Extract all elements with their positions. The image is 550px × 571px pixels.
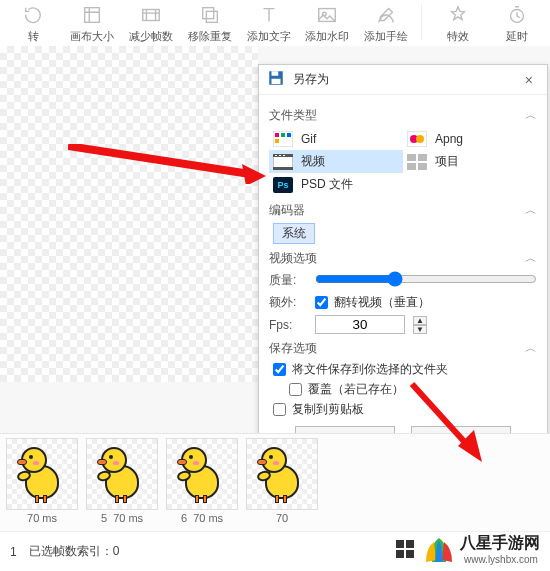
canvas-size-button[interactable]: 画布大小 — [65, 2, 120, 44]
chevron-up-icon[interactable]: ︿ — [525, 250, 537, 267]
file-type-gif[interactable]: Gif — [269, 128, 403, 150]
frame-thumb[interactable]: 70 — [244, 438, 320, 530]
gif-icon — [273, 131, 293, 147]
file-type-apng[interactable]: Apng — [403, 128, 537, 150]
video-options-section-header[interactable]: 视频选项 ︿ — [269, 250, 537, 267]
frame-thumb[interactable]: 6 70 ms — [164, 438, 240, 530]
effects-button[interactable]: 特效 — [430, 2, 485, 44]
frame-thumb[interactable]: 5 70 ms — [84, 438, 160, 530]
svg-rect-27 — [418, 163, 427, 170]
save-folder-row: 将文件保存到你选择的文件夹 — [273, 361, 537, 378]
add-text-button[interactable]: 添加文字 — [241, 2, 296, 44]
frame-ms: 70 ms — [193, 512, 223, 524]
fps-label: Fps: — [269, 318, 309, 332]
svg-rect-14 — [275, 139, 279, 143]
add-watermark-label: 添加水印 — [305, 29, 349, 44]
psd-icon: Ps — [273, 177, 293, 193]
reduce-frames-label: 减少帧数 — [129, 29, 173, 44]
effects-label: 特效 — [447, 29, 469, 44]
rotate-label: 转 — [28, 29, 39, 44]
frame-index: 6 — [181, 512, 187, 524]
grid-icon — [396, 540, 414, 558]
text-icon — [256, 2, 282, 28]
fps-spinner[interactable]: ▲▼ — [413, 316, 427, 334]
svg-point-17 — [416, 135, 424, 143]
svg-rect-13 — [287, 133, 291, 137]
file-type-video-label: 视频 — [301, 153, 325, 170]
frames-strip[interactable]: 70 ms 5 70 ms 6 70 ms 70 — [0, 433, 550, 533]
remove-dup-label: 移除重复 — [188, 29, 232, 44]
file-type-project-label: 项目 — [435, 153, 459, 170]
overwrite-checkbox[interactable] — [289, 383, 302, 396]
quality-row: 质量: — [269, 271, 537, 290]
toolbar-separator — [421, 4, 422, 40]
svg-rect-11 — [275, 133, 279, 137]
svg-rect-12 — [281, 133, 285, 137]
file-type-project[interactable]: 项目 — [403, 150, 537, 173]
delay-button[interactable]: 延时 — [489, 2, 544, 44]
copy-clipboard-row: 复制到剪贴板 — [273, 401, 537, 418]
copy-clipboard-label: 复制到剪贴板 — [292, 401, 364, 418]
encoder-section-header[interactable]: 编码器 ︿ — [269, 202, 537, 219]
flip-video-label: 翻转视频（垂直） — [334, 294, 430, 311]
svg-rect-23 — [283, 155, 285, 156]
chevron-up-icon[interactable]: ︿ — [525, 107, 537, 124]
status-label: 已选帧数索引： — [29, 544, 113, 558]
delay-icon — [504, 2, 530, 28]
svg-rect-22 — [279, 155, 281, 156]
watermark-url: www.lyshbx.com — [464, 554, 540, 565]
chevron-up-icon[interactable]: ︿ — [525, 340, 537, 357]
main-toolbar: 转 画布大小 减少帧数 移除重复 添加文字 添加水印 添加手绘 特效 延时 — [0, 0, 550, 49]
extra-label: 额外: — [269, 294, 309, 311]
svg-rect-26 — [407, 163, 416, 170]
close-button[interactable]: × — [519, 72, 539, 88]
frame-ms: 70 ms — [113, 512, 143, 524]
save-options-section-header[interactable]: 保存选项 ︿ — [269, 340, 537, 357]
section-label: 文件类型 — [269, 107, 317, 124]
file-type-video[interactable]: 视频 — [269, 150, 403, 173]
svg-rect-0 — [85, 8, 100, 23]
remove-dup-button[interactable]: 移除重复 — [182, 2, 237, 44]
file-type-psd[interactable]: Ps PSD 文件 — [269, 173, 403, 196]
save-folder-label: 将文件保存到你选择的文件夹 — [292, 361, 448, 378]
add-watermark-button[interactable]: 添加水印 — [300, 2, 355, 44]
file-type-list: Gif Apng 视频 项目 Ps PSD 文件 — [269, 128, 537, 196]
fps-row: Fps: ▲▼ — [269, 315, 537, 334]
extra-row: 额外: 翻转视频（垂直） — [269, 294, 537, 311]
file-type-gif-label: Gif — [301, 132, 316, 146]
copy-clipboard-checkbox[interactable] — [273, 403, 286, 416]
rotate-icon — [20, 2, 46, 28]
dialog-titlebar: 另存为 × — [259, 65, 547, 95]
quality-label: 质量: — [269, 272, 309, 289]
svg-rect-1 — [143, 10, 160, 21]
freehand-icon — [373, 2, 399, 28]
canvas-area[interactable] — [0, 46, 258, 382]
frame-ms: 70 — [276, 512, 288, 524]
chevron-up-icon[interactable]: ︿ — [525, 202, 537, 219]
watermark: 八星手游网 www.lyshbx.com — [390, 531, 546, 567]
delay-label: 延时 — [506, 29, 528, 44]
add-text-label: 添加文字 — [247, 29, 291, 44]
add-freehand-label: 添加手绘 — [364, 29, 408, 44]
file-type-section-header[interactable]: 文件类型 ︿ — [269, 107, 537, 124]
reduce-frames-button[interactable]: 减少帧数 — [124, 2, 179, 44]
status-count: 1 — [10, 545, 17, 559]
frame-thumb[interactable]: 70 ms — [4, 438, 80, 530]
quality-slider[interactable] — [315, 271, 537, 290]
save-folder-checkbox[interactable] — [273, 363, 286, 376]
add-freehand-button[interactable]: 添加手绘 — [359, 2, 414, 44]
svg-rect-20 — [273, 167, 293, 170]
section-label: 编码器 — [269, 202, 305, 219]
canvas-size-icon — [79, 2, 105, 28]
reduce-frames-icon — [138, 2, 164, 28]
rotate-button[interactable]: 转 — [6, 2, 61, 44]
encoder-chip[interactable]: 系统 — [273, 223, 315, 244]
frame-ms: 70 ms — [27, 512, 57, 524]
svg-rect-25 — [418, 154, 427, 161]
fps-input[interactable] — [315, 315, 405, 334]
section-label: 视频选项 — [269, 250, 317, 267]
flip-video-checkbox[interactable] — [315, 296, 328, 309]
svg-rect-24 — [407, 154, 416, 161]
apng-icon — [407, 131, 427, 147]
remove-dup-icon — [197, 2, 223, 28]
